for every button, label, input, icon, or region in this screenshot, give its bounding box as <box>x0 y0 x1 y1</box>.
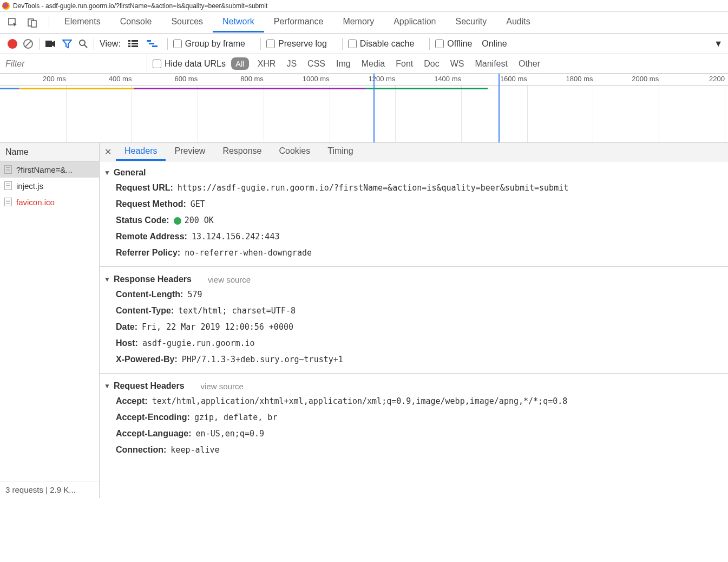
svg-rect-9 <box>132 40 138 42</box>
header-row: Accept-Language:en-US,en;q=0.9 <box>100 426 728 442</box>
filter-icon[interactable] <box>62 39 72 49</box>
filter-input[interactable] <box>0 54 147 73</box>
close-detail-button[interactable]: ✕ <box>100 147 116 157</box>
separator <box>429 38 430 50</box>
header-row: Date:Fri, 22 Mar 2019 12:00:56 +0000 <box>100 319 728 335</box>
tab-audits[interactable]: Audits <box>496 12 540 32</box>
view-source-link[interactable]: view source <box>208 275 251 284</box>
header-name: Content-Type: <box>116 306 174 316</box>
detail-tab-preview[interactable]: Preview <box>166 143 214 161</box>
view-label: View: <box>100 39 121 49</box>
separator <box>49 16 49 29</box>
detail-tab-response[interactable]: Response <box>214 143 270 161</box>
header-value: gzip, deflate, br <box>194 413 278 422</box>
header-value: Fri, 22 Mar 2019 12:00:56 +0000 <box>142 322 293 332</box>
header-value: text/html; charset=UTF-8 <box>178 306 296 316</box>
filter-type-all[interactable]: All <box>231 57 249 70</box>
section-header[interactable]: ▼Request Headersview source <box>100 379 728 393</box>
svg-rect-14 <box>147 40 151 42</box>
search-icon[interactable] <box>78 39 88 49</box>
header-value: no-referrer-when-downgrade <box>185 248 312 258</box>
filter-type-media[interactable]: Media <box>362 59 385 69</box>
camera-icon[interactable] <box>45 40 56 48</box>
name-column-header[interactable]: Name <box>0 143 99 161</box>
filter-type-img[interactable]: Img <box>336 59 351 69</box>
header-row: Status Code:200 OK <box>100 212 728 228</box>
throttling-dropdown-icon[interactable]: ▼ <box>714 39 723 49</box>
group-by-frame-checkbox[interactable]: Group by frame <box>173 39 245 49</box>
header-name: X-Powered-By: <box>116 355 178 364</box>
tab-application[interactable]: Application <box>384 12 445 32</box>
timeline-tick: 1000 ms <box>303 75 330 83</box>
view-waterfall-icon[interactable] <box>147 40 158 48</box>
inspect-icon[interactable] <box>4 14 22 31</box>
filter-type-css[interactable]: CSS <box>307 59 325 69</box>
tab-network[interactable]: Network <box>213 12 264 32</box>
svg-rect-8 <box>128 40 130 42</box>
header-row: Content-Type:text/html; charset=UTF-8 <box>100 303 728 319</box>
filter-type-js[interactable]: JS <box>286 59 297 69</box>
chrome-icon <box>2 2 10 10</box>
header-row: Content-Length:579 <box>100 286 728 303</box>
tab-security[interactable]: Security <box>445 12 496 32</box>
filter-type-manifest[interactable]: Manifest <box>475 59 507 69</box>
filter-type-ws[interactable]: WS <box>450 59 464 69</box>
filter-bar: Hide data URLs AllXHRJSCSSImgMediaFontDo… <box>0 54 728 74</box>
timeline-tick: 2000 ms <box>632 75 659 83</box>
filter-type-other[interactable]: Other <box>519 59 540 69</box>
filter-type-doc[interactable]: Doc <box>424 59 439 69</box>
clear-button[interactable] <box>23 38 34 49</box>
main-tabs: ElementsConsoleSourcesNetworkPerformance… <box>0 12 728 34</box>
window-titlebar: DevTools - asdf-gugie.run.goorm.io/?firs… <box>0 0 728 12</box>
detail-tab-cookies[interactable]: Cookies <box>270 143 319 161</box>
header-row: Request URL:https://asdf-gugie.run.goorm… <box>100 180 728 196</box>
request-row[interactable]: favicon.ico <box>0 194 99 210</box>
timeline-overview[interactable]: 200 ms400 ms600 ms800 ms1000 ms1200 ms14… <box>0 74 728 143</box>
header-row: Request Method:GET <box>100 196 728 212</box>
request-name: inject.js <box>16 181 43 191</box>
svg-rect-10 <box>128 43 130 44</box>
section-header[interactable]: ▼General <box>100 166 728 180</box>
timeline-tick: 600 ms <box>175 75 198 83</box>
header-name: Accept-Encoding: <box>116 413 190 422</box>
device-toggle-icon[interactable] <box>24 14 41 31</box>
timeline-bar <box>134 88 365 89</box>
filter-type-xhr[interactable]: XHR <box>258 59 276 69</box>
header-value: 200 OK <box>174 215 214 225</box>
document-icon <box>4 198 12 206</box>
tab-elements[interactable]: Elements <box>55 12 110 32</box>
tab-memory[interactable]: Memory <box>333 12 384 32</box>
header-value: asdf-gugie.run.goorm.io <box>142 338 255 348</box>
header-value: en-US,en;q=0.9 <box>196 429 264 439</box>
detail-tab-timing[interactable]: Timing <box>319 143 362 161</box>
detail-tab-headers[interactable]: Headers <box>116 143 166 161</box>
header-row: Referrer Policy:no-referrer-when-downgra… <box>100 245 728 261</box>
svg-rect-12 <box>128 45 130 47</box>
offline-checkbox[interactable]: Offline <box>435 39 472 49</box>
timeline-bar <box>0 88 19 89</box>
disable-cache-checkbox[interactable]: Disable cache <box>348 39 415 49</box>
timeline-bar <box>19 88 134 89</box>
header-value: https://asdf-gugie.run.goorm.io/?firstNa… <box>178 183 568 193</box>
header-name: Request Method: <box>116 199 186 209</box>
request-row[interactable]: inject.js <box>0 178 99 194</box>
throttling-select[interactable]: Online <box>482 39 507 49</box>
header-name: Accept-Language: <box>116 429 192 439</box>
timeline-tick: 1400 ms <box>434 75 461 83</box>
tab-performance[interactable]: Performance <box>264 12 333 32</box>
tab-sources[interactable]: Sources <box>161 12 213 32</box>
preserve-log-checkbox[interactable]: Preserve log <box>266 39 327 49</box>
hide-data-urls-checkbox[interactable]: Hide data URLs <box>153 59 226 69</box>
view-source-link[interactable]: view source <box>201 382 244 391</box>
view-list-icon[interactable] <box>128 40 138 48</box>
header-value: GET <box>191 199 205 209</box>
svg-rect-11 <box>132 43 138 44</box>
filter-type-font[interactable]: Font <box>396 59 413 69</box>
section-header[interactable]: ▼Response Headersview source <box>100 272 728 286</box>
record-button[interactable] <box>8 39 17 49</box>
request-row[interactable]: ?firstName=&... <box>0 161 99 178</box>
tab-console[interactable]: Console <box>110 12 162 32</box>
timeline-marker <box>373 74 375 142</box>
request-name: favicon.ico <box>16 198 55 207</box>
header-value: keep-alive <box>170 445 219 455</box>
